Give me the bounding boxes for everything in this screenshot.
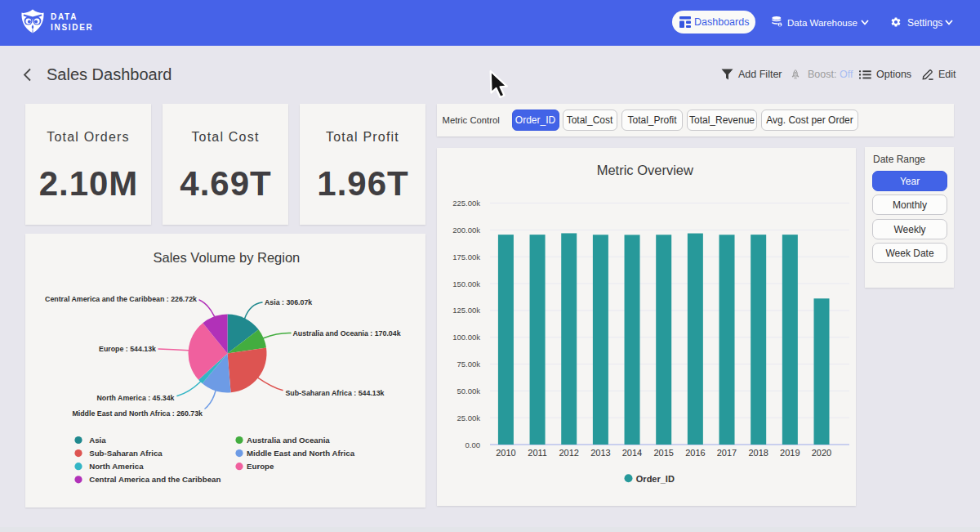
- svg-text:Sales Volume by Region: Sales Volume by Region: [154, 250, 301, 265]
- svg-text:Metric Overview: Metric Overview: [597, 163, 693, 177]
- svg-text:100.00k: 100.00k: [452, 333, 480, 342]
- svg-text:2019: 2019: [780, 448, 800, 458]
- svg-text:Order_ID: Order_ID: [636, 474, 675, 484]
- svg-text:2020: 2020: [812, 448, 831, 458]
- svg-text:125.00k: 125.00k: [452, 306, 480, 315]
- svg-text:North America : 45.34k: North America : 45.34k: [96, 394, 174, 402]
- svg-text:2014: 2014: [622, 448, 642, 458]
- svg-text:Australia and Oceania : 170.04: Australia and Oceania : 170.04k: [293, 329, 401, 338]
- svg-text:Central America and the Caribb: Central America and the Caribbean: [89, 475, 220, 484]
- svg-text:Sub-Saharan Africa: Sub-Saharan Africa: [89, 449, 163, 458]
- svg-text:2016: 2016: [685, 448, 705, 458]
- svg-text:2010: 2010: [496, 448, 515, 458]
- svg-text:225.00k: 225.00k: [452, 199, 480, 208]
- svg-text:Australia and Oceania: Australia and Oceania: [247, 436, 330, 445]
- svg-text:2013: 2013: [590, 448, 610, 458]
- svg-text:2012: 2012: [559, 448, 578, 458]
- svg-text:Europe : 544.13k: Europe : 544.13k: [99, 345, 156, 353]
- svg-text:200.00k: 200.00k: [452, 226, 480, 235]
- svg-text:50.00k: 50.00k: [457, 387, 480, 396]
- svg-text:Asia: Asia: [89, 436, 106, 445]
- svg-text:2017: 2017: [717, 448, 737, 458]
- svg-text:Middle East and North Africa :: Middle East and North Africa : 260.73k: [72, 409, 203, 418]
- svg-text:Sub-Saharan Africa : 544.13k: Sub-Saharan Africa : 544.13k: [286, 389, 385, 397]
- svg-text:25.00k: 25.00k: [457, 414, 480, 422]
- svg-text:0.00: 0.00: [466, 440, 481, 449]
- svg-text:Central America and the Caribb: Central America and the Caribbean : 226.…: [45, 295, 197, 303]
- svg-text:2015: 2015: [653, 448, 673, 458]
- svg-text:Asia : 306.07k: Asia : 306.07k: [265, 298, 312, 306]
- svg-text:175.00k: 175.00k: [452, 253, 480, 262]
- svg-text:Europe: Europe: [247, 462, 274, 471]
- svg-text:2018: 2018: [748, 448, 768, 458]
- svg-text:150.00k: 150.00k: [452, 279, 480, 288]
- svg-text:75.00k: 75.00k: [457, 360, 480, 369]
- svg-text:2011: 2011: [528, 448, 547, 458]
- svg-text:North America: North America: [89, 462, 144, 471]
- svg-text:Middle East and North Africa: Middle East and North Africa: [247, 449, 355, 458]
